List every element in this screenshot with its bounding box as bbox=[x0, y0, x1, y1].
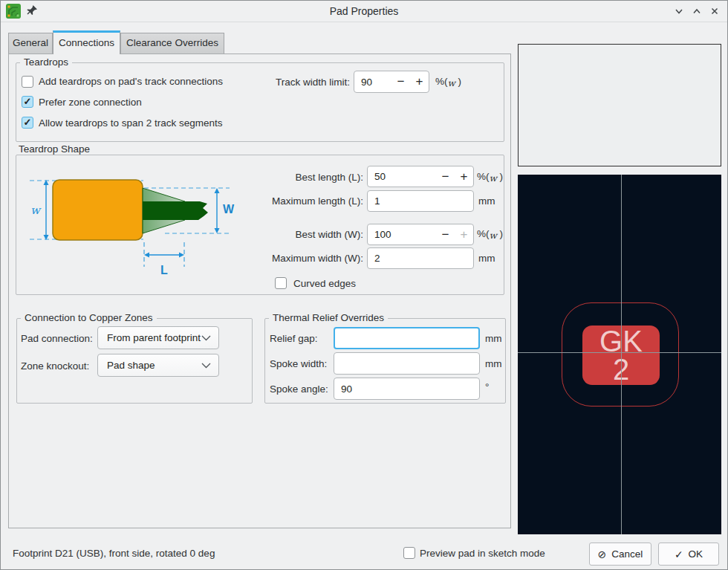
decrement-button[interactable]: − bbox=[391, 72, 410, 91]
tab-general-label: General bbox=[13, 37, 48, 48]
chevron-up-icon[interactable] bbox=[690, 5, 703, 17]
best-width-unit: %(w ) bbox=[477, 228, 503, 241]
best-length-unit: %(w ) bbox=[477, 171, 503, 184]
prefer-zone-connection-label[interactable]: Prefer zone connection bbox=[39, 97, 142, 108]
max-length-label: Maximum length (L): bbox=[253, 195, 363, 207]
unit-pre: %( bbox=[435, 76, 448, 87]
unit-pre: %( bbox=[477, 228, 490, 239]
cancel-button[interactable]: ⊘ Cancel bbox=[589, 543, 651, 566]
chevron-down-icon bbox=[201, 360, 211, 371]
best-length-label: Best length (L): bbox=[253, 172, 363, 183]
crosshair-horizontal bbox=[518, 352, 721, 353]
relief-gap-input[interactable] bbox=[334, 327, 480, 349]
max-length-unit: mm bbox=[478, 195, 495, 207]
cancel-icon: ⊘ bbox=[598, 549, 607, 560]
check-icon: ✓ bbox=[22, 117, 33, 128]
add-teardrops-checkbox[interactable]: ✓ bbox=[22, 76, 33, 88]
diagram-W-label: W bbox=[223, 203, 235, 216]
pad-connection-value: From parent footprint bbox=[107, 332, 201, 343]
max-width-input[interactable] bbox=[367, 247, 474, 269]
zone-knockout-label: Zone knockout: bbox=[21, 360, 89, 372]
best-width-input[interactable] bbox=[368, 229, 436, 240]
best-width-spinner[interactable]: − + bbox=[367, 224, 474, 245]
decrement-button[interactable]: − bbox=[436, 167, 455, 187]
increment-button-disabled[interactable]: + bbox=[455, 225, 473, 244]
spoke-width-unit: mm bbox=[485, 358, 502, 369]
spoke-angle-label: Spoke angle: bbox=[270, 383, 328, 395]
prefer-zone-connection-checkbox[interactable]: ✓ bbox=[22, 96, 33, 108]
spoke-angle-unit: ° bbox=[485, 381, 489, 392]
teardrops-legend: Teardrops bbox=[20, 56, 72, 68]
close-icon[interactable] bbox=[708, 5, 721, 17]
relief-gap-label: Relief gap: bbox=[270, 333, 318, 344]
spoke-width-label: Spoke width: bbox=[270, 358, 327, 369]
span-track-segments-checkbox[interactable]: ✓ bbox=[22, 117, 33, 129]
pad-connection-dropdown[interactable]: From parent footprint bbox=[97, 326, 219, 349]
unit-post: ) bbox=[497, 171, 503, 182]
teardrop-diagram: w W L bbox=[25, 169, 262, 280]
check-icon: ✓ bbox=[22, 97, 33, 107]
chevron-down-icon[interactable] bbox=[672, 5, 686, 17]
ok-button-label: OK bbox=[689, 548, 703, 560]
zone-knockout-value: Pad shape bbox=[107, 360, 155, 371]
tab-clearance-overrides-label: Clearance Overrides bbox=[126, 37, 218, 48]
unit-post: ) bbox=[497, 228, 503, 239]
unit-var: w bbox=[490, 173, 497, 184]
diagram-w-label: w bbox=[30, 204, 42, 217]
unit-var: w bbox=[448, 78, 455, 88]
sketch-mode-label[interactable]: Preview pad in sketch mode bbox=[420, 548, 545, 559]
relief-gap-unit: mm bbox=[485, 333, 502, 344]
max-width-unit: mm bbox=[478, 253, 495, 264]
unit-var: w bbox=[490, 230, 497, 241]
diagram-pad bbox=[53, 180, 143, 240]
best-width-label: Best width (W): bbox=[253, 229, 363, 240]
window-title: Pad Properties bbox=[1, 1, 727, 22]
decrement-button[interactable]: − bbox=[436, 225, 455, 244]
teardrop-shape-title: Teardrop Shape bbox=[19, 143, 90, 155]
pad-connection-label: Pad connection: bbox=[21, 333, 93, 344]
ok-icon: ✓ bbox=[675, 549, 683, 560]
track-width-limit-spinner[interactable]: − + bbox=[354, 71, 429, 93]
curved-edges-checkbox[interactable]: ✓ bbox=[275, 277, 287, 289]
track-width-limit-unit: %(w ) bbox=[435, 76, 461, 88]
diagram-L-label: L bbox=[160, 264, 168, 276]
pad-properties-dialog: Pad Properties General Connections Clear… bbox=[0, 0, 728, 570]
best-length-input[interactable] bbox=[368, 171, 436, 182]
cancel-button-label: Cancel bbox=[611, 548, 643, 560]
title-bar: Pad Properties bbox=[1, 1, 727, 22]
pad-top-view-panel bbox=[518, 44, 721, 166]
curved-edges-label[interactable]: Curved edges bbox=[293, 278, 356, 289]
diagram-track bbox=[143, 201, 208, 220]
crosshair-vertical bbox=[621, 175, 622, 534]
unit-pre: %( bbox=[477, 171, 490, 182]
thermal-relief-legend: Thermal Relief Overrides bbox=[269, 312, 388, 323]
best-length-spinner[interactable]: − + bbox=[367, 166, 474, 187]
add-teardrops-label[interactable]: Add teardrops on pad's track connections bbox=[39, 76, 223, 87]
tab-connections-label: Connections bbox=[59, 37, 114, 48]
max-width-label: Maximum width (W): bbox=[253, 253, 363, 264]
tab-general[interactable]: General bbox=[8, 33, 53, 54]
spoke-width-input[interactable] bbox=[334, 352, 480, 375]
track-width-limit-input[interactable] bbox=[354, 77, 391, 88]
increment-button[interactable]: + bbox=[455, 167, 473, 187]
tab-connections[interactable]: Connections bbox=[53, 30, 120, 54]
zone-knockout-dropdown[interactable]: Pad shape bbox=[97, 354, 219, 377]
tab-clearance-overrides[interactable]: Clearance Overrides bbox=[120, 33, 224, 54]
span-track-segments-label[interactable]: Allow teardrops to span 2 track segments bbox=[39, 117, 223, 129]
increment-button[interactable]: + bbox=[410, 72, 429, 91]
unit-post: ) bbox=[455, 76, 461, 87]
chevron-down-icon bbox=[201, 332, 211, 343]
max-length-input[interactable] bbox=[367, 190, 474, 212]
sketch-mode-checkbox[interactable]: ✓ bbox=[403, 547, 415, 559]
ok-button[interactable]: ✓ OK bbox=[658, 543, 719, 566]
footprint-status-text: Footprint D21 (USB), front side, rotated… bbox=[13, 548, 215, 559]
pad-preview-canvas: GK 2 bbox=[518, 175, 721, 534]
spoke-angle-input[interactable] bbox=[334, 378, 480, 400]
track-width-limit-label: Track width limit: bbox=[253, 77, 350, 88]
copper-zones-legend: Connection to Copper Zones bbox=[21, 312, 157, 323]
